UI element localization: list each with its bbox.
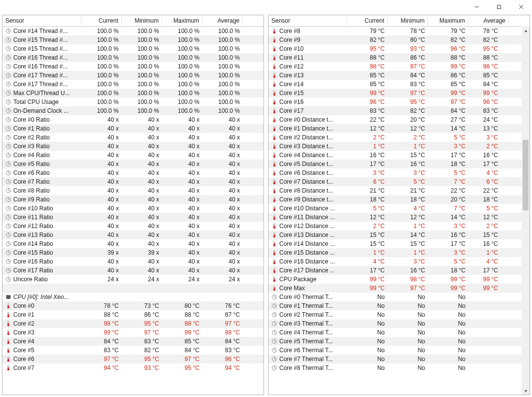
table-row[interactable]: Core #15 Thread #...100.0 %100.0 %100.0 …	[2, 35, 264, 44]
table-row[interactable]: Core #17 Ratio40 x40 x40 x40 x	[2, 266, 264, 275]
col-minimum[interactable]: Minimum	[388, 16, 428, 25]
table-row[interactable]: Core #3 Distance t...1 °C1 °C3 °C2 °C	[268, 142, 530, 151]
table-row[interactable]: Uncore Ratio24 x24 x24 x24 x	[2, 275, 264, 284]
scroll-track[interactable]	[522, 34, 530, 387]
col-average[interactable]: Average	[468, 16, 509, 25]
table-row[interactable]: Core #8 Distance t...21 °C21 °C22 °C22 °…	[268, 186, 530, 195]
col-maximum[interactable]: Maximum	[162, 16, 202, 25]
table-row[interactable]: Core #4 Thermal T...NoNoNo	[268, 328, 530, 337]
table-row[interactable]: Core #3 Thermal T...NoNoNo	[268, 319, 530, 328]
table-row[interactable]: Core #12 Distance ...2 °C1 °C3 °C2 °C	[268, 222, 530, 231]
table-row[interactable]: CPU [#0]: Intel Xeo...	[2, 293, 264, 301]
table-row[interactable]: Core #6 Distance t...3 °C3 °C5 °C4 °C	[268, 168, 530, 177]
table-row[interactable]: Core #5 Thermal T...NoNoNo	[268, 337, 530, 346]
minimize-button[interactable]	[466, 0, 488, 14]
col-sensor[interactable]: Sensor	[2, 16, 81, 25]
table-row[interactable]: Core #188 °C86 °C88 °C87 °C	[2, 310, 264, 319]
table-row[interactable]: Core #7 Distance t...6 °C5 °C7 °C6 °C	[268, 177, 530, 186]
table-row[interactable]: Core #0 Ratio40 x40 x40 x40 x	[2, 115, 264, 124]
table-row[interactable]: Core #6 Ratio40 x40 x40 x40 x	[2, 168, 264, 177]
table-row[interactable]: Core #5 Distance t...17 °C16 °C18 °C17 °…	[268, 160, 530, 168]
table-row[interactable]: Core #1298 °C97 °C99 °C98 °C	[268, 62, 530, 71]
col-average[interactable]: Average	[202, 16, 243, 25]
table-row[interactable]: Core #10 Ratio40 x40 x40 x40 x	[2, 204, 264, 213]
table-row[interactable]: Core #16 Ratio40 x40 x40 x40 x	[2, 257, 264, 266]
table-row[interactable]: Max CPU/Thread U...100.0 %100.0 %100.0 %…	[2, 89, 264, 98]
close-button[interactable]	[510, 0, 532, 14]
maximize-button[interactable]	[488, 0, 510, 14]
table-row[interactable]: Core #16 Thread #...100.0 %100.0 %100.0 …	[2, 62, 264, 71]
table-row[interactable]: Core #399 °C97 °C99 °C98 °C	[2, 328, 264, 337]
table-row[interactable]: Core #0 Distance t...22 °C20 °C27 °C24 °…	[268, 115, 530, 124]
table-row[interactable]: Core #14 Thread #...100.0 %100.0 %100.0 …	[2, 27, 264, 35]
table-row[interactable]: Core #879 °C78 °C79 °C78 °C	[268, 27, 530, 35]
table-row[interactable]: Core #14 Distance ...15 °C15 °C17 °C16 °…	[268, 239, 530, 248]
table-row[interactable]: Core #2 Ratio40 x40 x40 x40 x	[2, 133, 264, 142]
table-row[interactable]: Core #9 Ratio40 x40 x40 x40 x	[2, 195, 264, 204]
table-row[interactable]: CPU Package99 °C98 °C99 °C99 °C	[268, 275, 530, 284]
table-row[interactable]: Core #1485 °C83 °C85 °C84 °C	[268, 80, 530, 89]
table-row[interactable]: Core #17 Thread #...100.0 %100.0 %100.0 …	[2, 71, 264, 80]
table-row[interactable]: Core #2 Distance t...2 °C2 °C5 °C3 °C	[268, 133, 530, 142]
col-current[interactable]: Current	[81, 16, 122, 25]
table-row[interactable]: Core #8 Ratio40 x40 x40 x40 x	[2, 186, 264, 195]
left-column-header[interactable]: Sensor Current Minimum Maximum Average	[2, 15, 264, 27]
table-row[interactable]: Core #15 Ratio39 x39 x40 x40 x	[2, 248, 264, 257]
table-row[interactable]: Core #12 Ratio40 x40 x40 x40 x	[2, 222, 264, 231]
table-row[interactable]: Core #16 Thread #...100.0 %100.0 %100.0 …	[2, 53, 264, 62]
table-row[interactable]: Core #1095 °C93 °C96 °C95 °C	[268, 44, 530, 53]
table-row[interactable]: Core #2 Thermal T...NoNoNo	[268, 310, 530, 319]
table-row[interactable]: Core #4 Ratio40 x40 x40 x40 x	[2, 151, 264, 160]
table-row[interactable]: Core #7 Thermal T...NoNoNo	[268, 355, 530, 364]
table-row[interactable]: Core #4 Distance t...16 °C15 °C17 °C16 °…	[268, 151, 530, 160]
table-row[interactable]: Core #1696 °C95 °C97 °C96 °C	[268, 98, 530, 106]
table-row[interactable]: Core #5 Ratio40 x40 x40 x40 x	[2, 160, 264, 168]
table-row[interactable]: Core #298 °C95 °C98 °C97 °C	[2, 319, 264, 328]
table-row[interactable]: Core #9 Distance t...18 °C18 °C20 °C18 °…	[268, 195, 530, 204]
table-row[interactable]: Core #1 Ratio40 x40 x40 x40 x	[2, 124, 264, 133]
table-row[interactable]: Core #14 Ratio40 x40 x40 x40 x	[2, 239, 264, 248]
table-row[interactable]: Core #697 °C95 °C97 °C96 °C	[2, 355, 264, 364]
table-row[interactable]: On-Demand Clock ...100.0 %100.0 %100.0 %…	[2, 106, 264, 115]
table-row[interactable]: Core #794 °C93 °C95 °C94 °C	[2, 364, 264, 372]
table-row[interactable]: Core #3 Ratio40 x40 x40 x40 x	[2, 142, 264, 151]
table-row[interactable]: Core #16 Distance ...4 °C3 °C5 °C4 °C	[268, 257, 530, 266]
col-current[interactable]: Current	[347, 16, 388, 25]
table-row[interactable]: Core #0 Thermal T...NoNoNo	[268, 293, 530, 301]
table-row[interactable]: Core #583 °C82 °C84 °C83 °C	[2, 346, 264, 355]
table-row[interactable]: Core #982 °C80 °C82 °C82 °C	[268, 35, 530, 44]
table-row[interactable]: Core #1188 °C86 °C88 °C88 °C	[268, 53, 530, 62]
table-row[interactable]: Core #1 Thermal T...NoNoNo	[268, 301, 530, 310]
table-row[interactable]: Core Max99 °C97 °C99 °C99 °C	[268, 284, 530, 293]
table-row[interactable]: Core #13 Distance ...15 °C14 °C16 °C15 °…	[268, 231, 530, 239]
table-row[interactable]	[2, 284, 264, 293]
vertical-scrollbar[interactable]: ▴ ▾	[522, 26, 530, 395]
table-row[interactable]: Core #17 Distance ...17 °C16 °C18 °C17 °…	[268, 266, 530, 275]
table-row[interactable]: Core #1 Distance t...12 °C12 °C14 °C13 °…	[268, 124, 530, 133]
table-row[interactable]: Core #6 Thermal T...NoNoNo	[268, 346, 530, 355]
table-row[interactable]: Core #484 °C83 °C85 °C84 °C	[2, 337, 264, 346]
table-row[interactable]: Core #078 °C73 °C80 °C76 °C	[2, 301, 264, 310]
table-row[interactable]: Core #15 Thread #...100.0 %100.0 %100.0 …	[2, 44, 264, 53]
col-sensor[interactable]: Sensor	[268, 16, 347, 25]
table-row[interactable]: Core #8 Thermal T...NoNoNo	[268, 364, 530, 372]
table-row[interactable]: Core #1599 °C97 °C99 °C99 °C	[268, 89, 530, 98]
col-minimum[interactable]: Minimum	[122, 16, 162, 25]
scroll-down-arrow-icon[interactable]: ▾	[522, 387, 530, 395]
table-row[interactable]: Core #15 Distance ...1 °C1 °C3 °C1 °C	[268, 248, 530, 257]
table-row[interactable]: Core #11 Distance ...12 °C12 °C14 °C12 °…	[268, 213, 530, 222]
table-row[interactable]: Core #11 Ratio40 x40 x40 x40 x	[2, 213, 264, 222]
table-row[interactable]: Core #17 Thread #...100.0 %100.0 %100.0 …	[2, 80, 264, 89]
table-row[interactable]: Core #7 Ratio40 x40 x40 x40 x	[2, 177, 264, 186]
right-grid-body[interactable]: Core #879 °C78 °C79 °C78 °CCore #982 °C8…	[268, 27, 530, 395]
table-row[interactable]: Core #1385 °C84 °C86 °C85 °C	[268, 71, 530, 80]
right-column-header[interactable]: Sensor Current Minimum Maximum Average	[268, 15, 530, 27]
scroll-up-arrow-icon[interactable]: ▴	[522, 26, 530, 34]
col-maximum[interactable]: Maximum	[428, 16, 468, 25]
table-row[interactable]: Core #10 Distance ...5 °C4 °C7 °C5 °C	[268, 204, 530, 213]
table-row[interactable]: Core #13 Ratio40 x40 x40 x40 x	[2, 231, 264, 239]
scroll-thumb[interactable]	[523, 140, 529, 210]
table-row[interactable]: Core #1783 °C82 °C84 °C83 °C	[268, 106, 530, 115]
table-row[interactable]: Total CPU Usage100.0 %100.0 %100.0 %100.…	[2, 98, 264, 106]
left-grid-body[interactable]: Core #14 Thread #...100.0 %100.0 %100.0 …	[2, 27, 264, 395]
